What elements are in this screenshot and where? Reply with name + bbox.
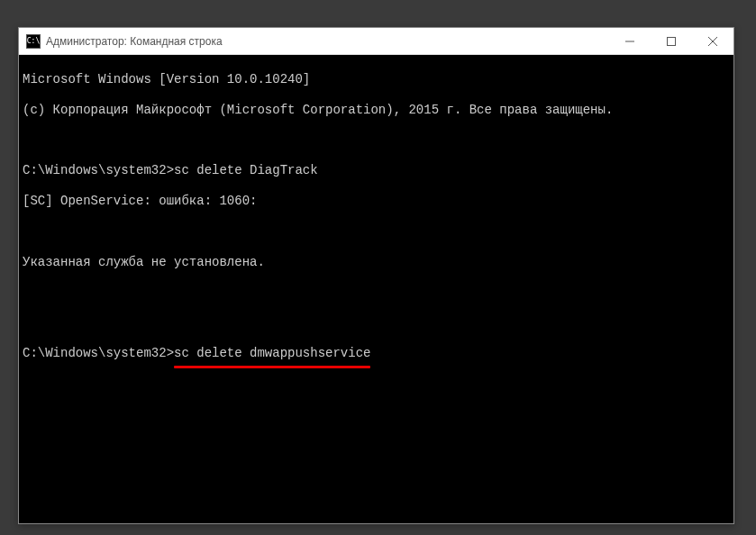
cmd-window: C:\ Администратор: Командная строка Micr…: [18, 27, 734, 524]
annotation-underline: [174, 366, 370, 368]
titlebar[interactable]: C:\ Администратор: Командная строка: [19, 28, 733, 55]
maximize-button[interactable]: [651, 28, 692, 55]
window-title: Администратор: Командная строка: [46, 35, 609, 48]
command-line-1: C:\Windows\system32>sc delete DiagTrack: [23, 163, 730, 178]
console-area[interactable]: Microsoft Windows [Version 10.0.10240] (…: [19, 55, 733, 523]
blank-line: [23, 132, 730, 148]
command-text: sc delete DiagTrack: [174, 163, 318, 177]
app-icon: C:\: [26, 34, 41, 49]
result-line-1: [SC] OpenService: ошибка: 1060:: [23, 194, 730, 209]
highlighted-command: sc delete dmwappushservice: [174, 346, 370, 361]
version-line: Microsoft Windows [Version 10.0.10240]: [23, 72, 730, 87]
svg-rect-1: [668, 37, 676, 45]
close-button[interactable]: [692, 28, 733, 55]
command-text: sc delete dmwappushservice: [174, 346, 370, 360]
window-controls: [609, 28, 733, 55]
minimize-button[interactable]: [609, 28, 651, 55]
prompt: C:\Windows\system32>: [23, 346, 174, 360]
copyright-line: (c) Корпорация Майкрософт (Microsoft Cor…: [23, 103, 730, 118]
result-line-2: Указанная служба не установлена.: [23, 255, 730, 270]
prompt: C:\Windows\system32>: [23, 163, 174, 177]
blank-line: [23, 315, 730, 331]
blank-line: [23, 285, 730, 300]
app-icon-text: C:\: [27, 37, 40, 45]
command-line-2: C:\Windows\system32>sc delete dmwappushs…: [23, 346, 730, 361]
blank-line: [23, 224, 730, 240]
